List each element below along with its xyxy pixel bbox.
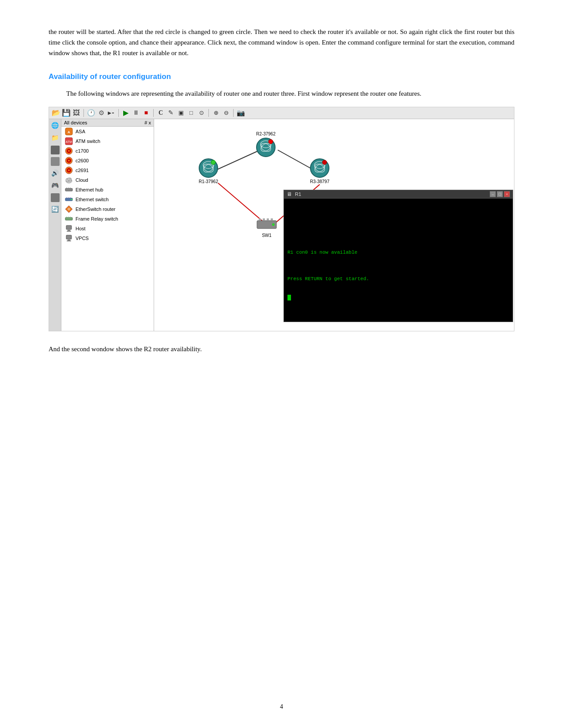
cloud-icon: [65, 176, 73, 184]
router-r2-icon: [256, 137, 276, 158]
console-minimize-btn[interactable]: –: [490, 191, 496, 197]
svg-rect-33: [68, 230, 70, 231]
toolbar-icon-camera[interactable]: 📷: [236, 109, 245, 117]
router-r1-icon: [198, 158, 219, 178]
device-item-ethernet-switch[interactable]: Ethernet switch: [61, 195, 154, 204]
device-label-frame-relay: Frame Relay switch: [76, 216, 118, 221]
page: the router will be started. After that t…: [0, 0, 563, 728]
toolbar-icon-play[interactable]: ▶: [121, 109, 130, 117]
toolbar: 📂 💾 🖼 🕐 ⚙ ▶- ▶ ⏸ ■ C ✎ ▣ □ ⊙ ⊕ ⊖ 📷: [49, 107, 514, 119]
vpcs-icon: [65, 234, 73, 242]
device-item-asa[interactable]: A ASA: [61, 127, 154, 136]
svg-point-9: [68, 160, 70, 161]
svg-rect-35: [66, 235, 72, 239]
svg-rect-24: [70, 197, 71, 198]
toolbar-icon-edit[interactable]: ✎: [166, 109, 175, 117]
svg-rect-34: [67, 231, 71, 232]
network-canvas: R2-37962: [154, 119, 514, 331]
toolbar-icon-folder[interactable]: 📂: [52, 109, 60, 117]
device-label-ethernet-switch: Ethernet switch: [76, 197, 109, 202]
router-node-r3[interactable]: R3-38797: [310, 158, 330, 184]
svg-rect-36: [68, 240, 70, 240]
frame-relay-icon: [65, 215, 73, 223]
device-item-c2600[interactable]: c2600: [61, 156, 154, 165]
toolbar-separator-3: [153, 109, 154, 117]
device-label-host: Host: [76, 226, 86, 231]
toolbar-icon-stop[interactable]: ■: [142, 109, 151, 117]
sidebar-icon-draw[interactable]: 🔊: [50, 169, 60, 178]
c1700-icon: [65, 147, 73, 155]
device-item-etherswitch-router[interactable]: EtherSwitch router: [61, 204, 154, 214]
svg-point-51: [211, 160, 215, 165]
device-label-atm: ATM switch: [76, 139, 100, 144]
svg-rect-18: [66, 188, 67, 188]
toolbar-icon-settings[interactable]: ⚙: [97, 109, 106, 117]
svg-rect-17: [65, 188, 72, 191]
svg-line-38: [212, 150, 260, 172]
toolbar-separator-1: [83, 109, 84, 117]
ethernet-switch-icon: [65, 195, 73, 203]
svg-rect-61: [271, 218, 273, 221]
router-node-r2[interactable]: R2-37962: [256, 131, 276, 158]
sidebar-icon-move[interactable]: 📁: [50, 133, 60, 143]
svg-rect-28: [65, 218, 72, 220]
router-node-r1[interactable]: R1-37962: [198, 158, 219, 184]
svg-rect-60: [267, 218, 269, 221]
device-list: A ASA ATM ATM switch c1700: [61, 127, 154, 243]
device-item-c1700[interactable]: c1700: [61, 146, 154, 156]
sidebar-icon-note[interactable]: [51, 157, 60, 166]
svg-rect-30: [68, 217, 69, 218]
device-item-cloud[interactable]: Cloud: [61, 175, 154, 185]
toolbar-icon-terminal[interactable]: ▶-: [107, 109, 116, 117]
toolbar-icon-save[interactable]: 💾: [62, 109, 71, 117]
svg-point-27: [68, 208, 70, 210]
sidebar-icon-select[interactable]: 🌐: [50, 121, 60, 131]
svg-rect-23: [68, 197, 69, 198]
device-item-frame-relay[interactable]: Frame Relay switch: [61, 214, 154, 224]
section-body: The following windows are representing t…: [49, 88, 514, 99]
toolbar-icon-clock[interactable]: 🕐: [87, 109, 95, 117]
toolbar-icon-image[interactable]: 🖼: [72, 109, 81, 117]
svg-point-56: [322, 160, 327, 165]
router-r2-label: R2-37962: [256, 131, 276, 136]
svg-point-16: [68, 178, 70, 180]
toolbar-separator-5: [233, 109, 234, 117]
device-item-host[interactable]: Host: [61, 224, 154, 233]
device-item-ethernet-hub[interactable]: Ethernet hub: [61, 185, 154, 195]
switch-node-sw1[interactable]: SW1: [257, 217, 277, 238]
device-panel-pin[interactable]: # x: [144, 120, 151, 125]
device-item-atm[interactable]: ATM ATM switch: [61, 136, 154, 146]
console-title-text: R1: [295, 191, 301, 197]
console-maximize-btn[interactable]: □: [497, 191, 503, 197]
device-item-c2691[interactable]: c2691: [61, 165, 154, 175]
main-area: 🌐 📁 🔊 🎮 🔄 All devices # x A: [49, 119, 514, 331]
asa-icon: A: [65, 128, 73, 135]
router-r3-icon: [310, 158, 330, 178]
device-item-vpcs[interactable]: VPCS: [61, 233, 154, 243]
toolbar-icon-circle[interactable]: ⊙: [197, 109, 206, 117]
sidebar-icon-router[interactable]: 🎮: [50, 181, 60, 191]
svg-point-25: [71, 199, 72, 200]
svg-point-12: [68, 169, 70, 171]
toolbar-icon-rect[interactable]: □: [187, 109, 196, 117]
toolbar-icon-zoom-out[interactable]: ⊖: [222, 109, 230, 117]
svg-rect-20: [70, 188, 71, 188]
svg-rect-19: [68, 188, 69, 188]
toolbar-icon-grid[interactable]: ▣: [177, 109, 185, 117]
toolbar-icon-c[interactable]: C: [156, 109, 165, 117]
host-icon: [65, 225, 73, 233]
sidebar-icon-config[interactable]: [51, 193, 60, 202]
device-label-asa: ASA: [76, 129, 85, 134]
svg-text:A: A: [68, 130, 70, 134]
device-panel: All devices # x A ASA ATM ATM switc: [61, 119, 154, 331]
console-title: 🖥 R1: [287, 191, 301, 197]
console-close-btn[interactable]: ×: [504, 191, 510, 197]
router-r3-label: R3-38797: [310, 179, 329, 184]
toolbar-icon-pause[interactable]: ⏸: [132, 109, 140, 117]
sidebar-icon-link[interactable]: [51, 146, 60, 154]
svg-rect-59: [263, 218, 265, 221]
sidebar-icon-refresh[interactable]: 🔄: [50, 205, 60, 214]
router-r1-label: R1-37962: [199, 179, 218, 184]
svg-rect-29: [66, 217, 67, 218]
toolbar-icon-zoom-in[interactable]: ⊕: [212, 109, 220, 117]
